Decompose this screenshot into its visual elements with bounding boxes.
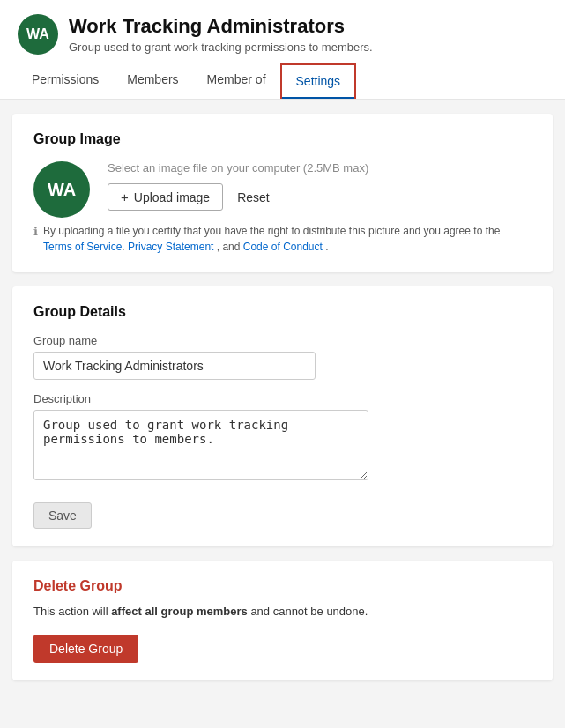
description-label: Description bbox=[33, 392, 532, 405]
group-avatar-large: WA bbox=[18, 14, 58, 55]
delete-description: This action will affect all group member… bbox=[33, 603, 532, 620]
page-header: WA Work Tracking Administrators Group us… bbox=[0, 0, 565, 100]
group-image-card: Group Image WA Select an image file on y… bbox=[12, 114, 553, 272]
coc-link[interactable]: Code of Conduct bbox=[243, 241, 323, 253]
image-select-text: Select an image file on your computer (2… bbox=[108, 161, 368, 175]
disclaimer-text: By uploading a file you certify that you… bbox=[43, 223, 532, 255]
group-description-text: Group used to grant work tracking permis… bbox=[69, 41, 373, 54]
group-image-section: WA Select an image file on your computer… bbox=[33, 161, 532, 218]
privacy-link[interactable]: Privacy Statement bbox=[128, 241, 213, 253]
main-content: Group Image WA Select an image file on y… bbox=[0, 100, 565, 695]
image-controls: Select an image file on your computer (2… bbox=[108, 161, 368, 211]
header-top: WA Work Tracking Administrators Group us… bbox=[18, 14, 547, 55]
delete-group-card: Delete Group This action will affect all… bbox=[12, 561, 553, 680]
header-text: Work Tracking Administrators Group used … bbox=[69, 15, 373, 53]
tab-settings[interactable]: Settings bbox=[280, 63, 357, 99]
nav-tabs: Permissions Members Member of Settings bbox=[18, 63, 547, 99]
reset-button[interactable]: Reset bbox=[232, 187, 275, 208]
group-name-label: Group name bbox=[33, 334, 532, 347]
tab-members[interactable]: Members bbox=[113, 63, 192, 99]
group-name-heading: Work Tracking Administrators bbox=[69, 15, 373, 38]
tab-permissions[interactable]: Permissions bbox=[18, 63, 113, 99]
upload-image-button[interactable]: + Upload image bbox=[108, 183, 223, 211]
description-form-group: Description Group used to grant work tra… bbox=[33, 392, 532, 483]
image-buttons: + Upload image Reset bbox=[108, 183, 368, 211]
group-image-title: Group Image bbox=[33, 131, 532, 147]
group-details-card: Group Details Group name Description Gro… bbox=[12, 286, 553, 546]
group-details-title: Group Details bbox=[33, 304, 532, 320]
delete-group-button[interactable]: Delete Group bbox=[33, 635, 138, 663]
upload-label: Upload image bbox=[134, 190, 210, 204]
info-icon: ℹ bbox=[33, 224, 38, 240]
description-textarea[interactable]: Group used to grant work tracking permis… bbox=[33, 410, 368, 480]
terms-link[interactable]: Terms of Service bbox=[43, 241, 122, 253]
delete-group-title: Delete Group bbox=[33, 578, 532, 594]
upload-disclaimer: ℹ By uploading a file you certify that y… bbox=[33, 223, 532, 255]
group-avatar-medium: WA bbox=[33, 161, 90, 218]
group-name-input[interactable] bbox=[33, 352, 316, 380]
tab-member-of[interactable]: Member of bbox=[193, 63, 280, 99]
plus-icon: + bbox=[121, 189, 129, 204]
group-name-form-group: Group name bbox=[33, 334, 532, 380]
save-button[interactable]: Save bbox=[33, 502, 92, 529]
